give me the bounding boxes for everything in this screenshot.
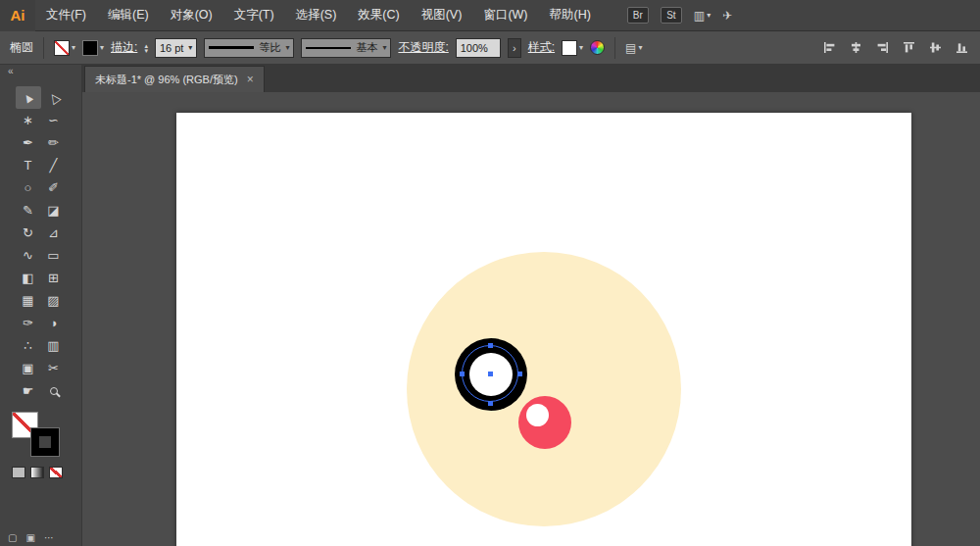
red-circle-shape[interactable] bbox=[518, 396, 571, 449]
shape-builder-tool[interactable]: ◧ bbox=[16, 267, 41, 289]
curvature-tool[interactable]: ✏ bbox=[41, 131, 67, 154]
align-vertical-center-button[interactable] bbox=[926, 38, 944, 58]
eraser-tool[interactable]: ◪ bbox=[41, 199, 67, 222]
lasso-tool[interactable]: ∽ bbox=[41, 109, 67, 131]
cream-circle-shape[interactable] bbox=[407, 252, 681, 526]
chevron-down-icon: ▾ bbox=[72, 43, 75, 52]
stroke-swatch[interactable] bbox=[31, 428, 59, 456]
gradient-button[interactable] bbox=[30, 467, 44, 478]
align-right-button[interactable] bbox=[873, 38, 891, 58]
stock-badge[interactable]: St bbox=[661, 7, 682, 24]
normal-screen-mode-icon[interactable]: ▢ bbox=[8, 532, 17, 543]
pencil-tool[interactable]: ✎ bbox=[16, 199, 41, 222]
ellipse-tool[interactable]: ○ bbox=[16, 176, 41, 199]
menu-select[interactable]: 选择(S) bbox=[285, 0, 348, 31]
ellipse-tool-icon: ○ bbox=[24, 181, 32, 194]
opacity-more-button[interactable]: › bbox=[508, 38, 521, 58]
paintbrush-tool-icon: ✐ bbox=[48, 181, 59, 194]
free-transform-tool[interactable]: ▭ bbox=[41, 244, 67, 267]
paintbrush-tool[interactable]: ✐ bbox=[41, 176, 67, 199]
selection-anchor-left[interactable] bbox=[460, 372, 465, 376]
selection-anchor-bottom[interactable] bbox=[488, 401, 493, 406]
recolor-artwork-icon[interactable] bbox=[590, 40, 605, 55]
menu-edit[interactable]: 编辑(E) bbox=[97, 0, 160, 31]
menu-effect[interactable]: 效果(C) bbox=[347, 0, 410, 31]
magic-wand-tool[interactable]: ∗ bbox=[16, 109, 41, 131]
perspective-grid-tool-icon: ⊞ bbox=[48, 272, 59, 284]
opacity-panel-link[interactable]: 不透明度: bbox=[398, 39, 448, 56]
blend-tool[interactable]: ◑ bbox=[41, 312, 67, 334]
opacity-input[interactable] bbox=[456, 38, 501, 58]
pen-tool[interactable]: ✒ bbox=[16, 131, 41, 154]
menu-type[interactable]: 文字(T) bbox=[223, 0, 285, 31]
selection-anchor-top[interactable] bbox=[488, 343, 493, 348]
align-horizontal-center-button[interactable] bbox=[847, 38, 864, 58]
hand-tool[interactable]: ☛ bbox=[16, 379, 41, 402]
panel-options-button[interactable]: ▤ ▾ bbox=[625, 41, 642, 55]
chevron-down-icon: ▾ bbox=[100, 43, 104, 52]
align-horizontal-center-icon bbox=[850, 41, 862, 54]
chevron-down-icon: ▾ bbox=[638, 43, 642, 52]
scale-tool[interactable]: ⊿ bbox=[41, 222, 67, 244]
align-bottom-button[interactable] bbox=[953, 38, 970, 58]
symbol-sprayer-tool[interactable]: ∴ bbox=[16, 334, 41, 357]
menu-help[interactable]: 帮助(H) bbox=[539, 0, 602, 31]
arrange-documents-button[interactable]: ▥ ▾ bbox=[694, 9, 710, 23]
zoom-tool[interactable] bbox=[41, 379, 67, 402]
menu-object[interactable]: 对象(O) bbox=[160, 0, 223, 31]
blend-tool-icon: ◑ bbox=[50, 317, 58, 329]
document-tab[interactable]: 未标题-1* @ 96% (RGB/预览) × bbox=[84, 66, 265, 92]
stroke-weight-stepper[interactable]: ▴ ▾ bbox=[144, 43, 148, 53]
direct-selection-tool[interactable]: △ bbox=[41, 86, 67, 109]
panel-doc-icon: ▤ bbox=[625, 41, 636, 55]
menu-file[interactable]: 文件(F) bbox=[35, 0, 97, 31]
gpu-performance-button[interactable]: ✈ bbox=[722, 9, 732, 23]
full-screen-mode-icon[interactable]: ▣ bbox=[25, 532, 34, 543]
fill-color-control[interactable]: ▾ bbox=[54, 40, 75, 56]
menu-window[interactable]: 窗口(W) bbox=[472, 0, 538, 31]
selection-tool[interactable]: ▲ bbox=[16, 86, 41, 109]
separator bbox=[43, 37, 44, 59]
stroke-weight-select[interactable]: 16 pt ▾ bbox=[155, 38, 197, 58]
collapse-toolbar-button[interactable]: « bbox=[0, 65, 81, 78]
align-right-icon bbox=[876, 41, 889, 54]
bridge-badge[interactable]: Br bbox=[627, 7, 649, 24]
tab-close-icon[interactable]: × bbox=[247, 73, 254, 86]
selection-anchor-center[interactable] bbox=[488, 372, 493, 376]
artboard-tool-icon: ▣ bbox=[22, 362, 33, 374]
artboard-tool[interactable]: ▣ bbox=[16, 357, 41, 379]
tools-grid: ▲ △ ∗ ∽ ✒ ✏ T ╱ ○ ✐ ✎ ◪ ↻ ⊿ ∿ ▭ ◧ ⊞ ▦ ▨ … bbox=[0, 86, 81, 402]
stepper-down-icon: ▾ bbox=[144, 48, 148, 53]
perspective-grid-tool[interactable]: ⊞ bbox=[41, 267, 67, 289]
paint-mode-buttons bbox=[12, 467, 81, 478]
gradient-tool[interactable]: ▨ bbox=[41, 289, 67, 312]
rotate-tool[interactable]: ↻ bbox=[16, 222, 41, 244]
artboard[interactable] bbox=[176, 113, 911, 546]
eyedropper-tool[interactable]: ✑ bbox=[16, 312, 41, 334]
mesh-tool[interactable]: ▦ bbox=[16, 289, 41, 312]
brush-definition-select[interactable]: 基本 ▾ bbox=[301, 38, 391, 58]
width-tool[interactable]: ∿ bbox=[16, 244, 41, 267]
align-top-icon bbox=[903, 41, 915, 54]
illustrator-window: Ai 文件(F) 编辑(E) 对象(O) 文字(T) 选择(S) 效果(C) 视… bbox=[0, 0, 980, 546]
style-swatch-select[interactable]: ▾ bbox=[562, 40, 583, 56]
none-button[interactable] bbox=[49, 467, 63, 478]
canvas[interactable] bbox=[82, 92, 980, 546]
style-panel-link[interactable]: 样式: bbox=[528, 39, 555, 56]
align-left-button[interactable] bbox=[820, 38, 838, 58]
type-tool-icon: T bbox=[24, 159, 32, 172]
zoom-tool-icon bbox=[50, 387, 58, 395]
column-graph-tool[interactable]: ▥ bbox=[41, 334, 67, 357]
menu-view[interactable]: 视图(V) bbox=[411, 0, 473, 31]
edit-toolbar-icon[interactable]: ⋯ bbox=[44, 532, 54, 543]
stroke-color-control[interactable]: ▾ bbox=[82, 40, 104, 56]
align-top-button[interactable] bbox=[900, 38, 917, 58]
color-button[interactable] bbox=[12, 467, 25, 478]
line-segment-tool[interactable]: ╱ bbox=[41, 154, 67, 176]
type-tool[interactable]: T bbox=[16, 154, 41, 176]
stroke-panel-link[interactable]: 描边: bbox=[111, 39, 137, 56]
selection-anchor-right[interactable] bbox=[517, 372, 522, 376]
stroke-profile-select[interactable]: 等比 ▾ bbox=[204, 38, 294, 58]
brush-preview-icon bbox=[306, 47, 351, 49]
slice-tool[interactable]: ✂ bbox=[41, 357, 67, 379]
